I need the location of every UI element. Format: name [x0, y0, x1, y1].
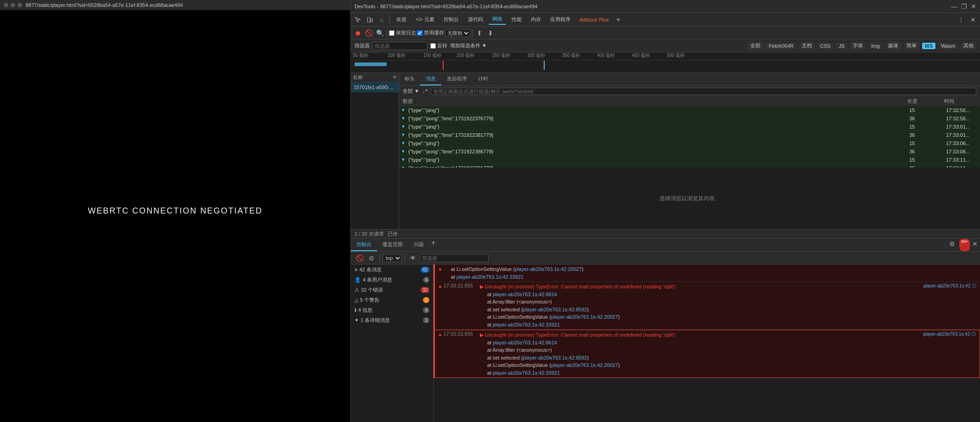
console-tab-coverage[interactable]: 覆盖范围	[377, 239, 408, 251]
devtools-label: DevTools -	[355, 4, 378, 9]
error-link-3[interactable]: player-ab20e763.1s:42 ⓘ	[923, 331, 976, 338]
preserve-log-checkbox[interactable]	[389, 30, 394, 36]
tab-elements[interactable]: </> 元素	[412, 15, 438, 25]
close-name-panel-btn[interactable]: ✕	[393, 74, 397, 80]
message-row-3[interactable]: ▼{"type":"pong","time":1731922381779}361…	[399, 131, 980, 139]
error-stack-3-4[interactable]: at Li.setOptionSettingValue (player-ab20…	[480, 361, 921, 369]
clear-btn[interactable]: 🚫	[364, 28, 374, 38]
export-btn[interactable]: ⬇	[485, 28, 496, 38]
tab-application[interactable]: 应用程序	[546, 15, 574, 25]
error-stackline-2[interactable]: at player-ab20e763.1s:42:33921	[444, 273, 976, 281]
sidebar-item-verbose[interactable]: ✦ 1 条详细消息 1	[351, 315, 433, 325]
console-clear-btn[interactable]: 🚫	[355, 253, 365, 263]
filter-wasm[interactable]: Wasm	[938, 43, 958, 49]
tab-memory[interactable]: 内存	[527, 15, 545, 25]
search-btn[interactable]: 🔍	[375, 28, 385, 38]
record-btn[interactable]: ⏺	[353, 28, 363, 38]
devtools-inspect-btn[interactable]	[353, 15, 363, 25]
tab-performance[interactable]: 性能	[508, 15, 525, 25]
throttle-select[interactable]: 无限制	[445, 29, 470, 37]
filter-fetch[interactable]: Fetch/XHR	[766, 43, 796, 49]
devtools-window-controls: — ❐ ✕	[951, 3, 976, 10]
devtools-device-btn[interactable]	[365, 15, 375, 25]
devtools-close-btn[interactable]: ✕	[971, 3, 976, 10]
messages-list[interactable]: ▼{"type":"ping"}1517:32:56...▼{"type":"p…	[399, 106, 980, 168]
sidebar-item-user-messages[interactable]: 👤 4 条用户消息 4	[351, 275, 433, 285]
devtools-home-btn[interactable]: ⌂	[377, 15, 387, 25]
tab-timing[interactable]: 计时	[473, 73, 494, 85]
reverse-checkbox[interactable]	[430, 43, 436, 49]
filter-js[interactable]: JS	[836, 43, 847, 49]
tab-console[interactable]: 控制台	[440, 15, 462, 25]
devtools-minimize-btn[interactable]: —	[951, 3, 957, 10]
console-filter-input[interactable]	[420, 254, 489, 262]
filter-doc[interactable]: 文档	[799, 42, 815, 50]
filter-simple[interactable]: 简单	[904, 42, 919, 50]
error-stack-2-2: at Array.filter (<anonymous>)	[480, 298, 922, 306]
console-context-select[interactable]: top	[383, 254, 402, 262]
devtools-restore-btn[interactable]: ❐	[961, 3, 967, 10]
tab-welcome[interactable]: 欢迎	[393, 15, 410, 25]
toolbar-separator-2	[387, 29, 387, 37]
message-row-6[interactable]: ▼{"type":"ping"}1517:33:11...	[399, 156, 980, 164]
import-btn[interactable]: ⬆	[474, 28, 484, 38]
disable-cache-checkbox[interactable]	[417, 30, 422, 36]
tab-sources[interactable]: 源代码	[464, 15, 487, 25]
tab-headers[interactable]: 标头	[399, 73, 420, 85]
traffic-minimize[interactable]	[11, 3, 15, 7]
sidebar-item-warnings[interactable]: △ 5 个警告 5	[351, 295, 433, 305]
traffic-close[interactable]	[4, 3, 8, 7]
console-tab-issues[interactable]: 问题	[408, 239, 429, 251]
sidebar-item-errors[interactable]: ⚠ 32 个错误 32	[351, 285, 433, 295]
console-filter-btn[interactable]: ⊘	[366, 253, 377, 263]
filter-input[interactable]	[372, 42, 428, 50]
message-row-2[interactable]: ▼{"type":"ping"}1517:33:01...	[399, 123, 980, 131]
message-row-0[interactable]: ▼{"type":"ping"}1517:32:56...	[399, 106, 980, 114]
devtools-more-btn[interactable]: ⋮	[956, 15, 966, 25]
console-tabs: 控制台 覆盖范围 问题 + ⚙ 99+ ✕	[351, 239, 980, 252]
filter-all[interactable]: 全部	[748, 42, 763, 50]
error-stack-2-1[interactable]: at player-ab20e763.1s:42:8614	[480, 291, 922, 298]
tab-initiator[interactable]: 发起程序	[441, 73, 473, 85]
error-stack-3-1[interactable]: at player-ab20e763.1s:42:8614	[480, 339, 921, 347]
filter-other[interactable]: 其他	[961, 42, 976, 50]
filter-css[interactable]: CSS	[817, 43, 834, 49]
error-stack-3-3[interactable]: at set selected (player-ab20e763.1s:42:8…	[480, 354, 921, 362]
error-stack-2-3[interactable]: at set selected (player-ab20e763.1s:42:8…	[480, 306, 922, 314]
error-stack-3-5[interactable]: at player-ab20e763.1s:42:33921	[480, 369, 921, 377]
message-row-4[interactable]: ▼{"type":"ping"}1517:33:06...	[399, 139, 980, 147]
sidebar-item-info[interactable]: ℹ 4 信息 4	[351, 305, 433, 315]
filter-ws[interactable]: WS	[922, 43, 936, 49]
error-stackline-1[interactable]: at Li.setOptionSettingValue (player-ab20…	[444, 265, 976, 273]
error-stack-2-5[interactable]: at player-ab20e763.1s:42:33921	[480, 321, 922, 329]
add-console-tab-btn[interactable]: +	[429, 239, 437, 251]
messages-all-label[interactable]: 全部 ▼	[403, 88, 419, 95]
sidebar-item-all-messages[interactable]: ≡ 42 条消息 42	[351, 264, 433, 275]
disable-cache-label: 禁用缓存	[417, 29, 444, 36]
traffic-maximize[interactable]	[17, 3, 22, 7]
filter-font[interactable]: 字体	[850, 42, 866, 50]
messages-filter-input[interactable]	[431, 88, 976, 95]
devtools-settings-btn[interactable]: ✕	[968, 15, 978, 25]
selected-request-item[interactable]: 15701fe1-a590-...	[351, 82, 399, 92]
error-stack-2-4[interactable]: at Li.setOptionSettingValue (player-ab20…	[480, 313, 922, 321]
filter-media[interactable]: 媒体	[885, 42, 901, 50]
more-tabs-btn[interactable]: +	[614, 16, 622, 24]
error-link-2[interactable]: player-ab20e763.1s:42 ⓘ	[924, 283, 976, 289]
tab-adblock[interactable]: Adblock Plus	[576, 15, 613, 25]
toolbar-separator-3	[472, 29, 473, 37]
message-row-7[interactable]: ▼{"type":"pong","time":1731922391778}361…	[399, 164, 980, 168]
messages-regex-label[interactable]: .*	[422, 88, 428, 94]
console-tab-console[interactable]: 控制台	[351, 239, 377, 251]
message-row-1[interactable]: ▼{"type":"pong","time":1731922376779}361…	[399, 114, 980, 123]
console-eye-btn[interactable]: 👁	[408, 253, 418, 263]
tab-messages[interactable]: 消息	[420, 73, 441, 85]
tab-network[interactable]: 网络	[489, 15, 506, 25]
timeline-cursor	[443, 61, 444, 70]
console-settings-btn[interactable]: ⚙	[947, 239, 957, 249]
add-condition-btn[interactable]: 增加筛选条件 ▼	[450, 42, 487, 49]
filter-img[interactable]: Img	[868, 43, 882, 49]
console-close-btn[interactable]: ✕	[970, 239, 980, 249]
all-messages-label: 42 条消息	[359, 266, 381, 273]
message-row-5[interactable]: ▼{"type":"pong","time":1731922386778}361…	[399, 147, 980, 156]
